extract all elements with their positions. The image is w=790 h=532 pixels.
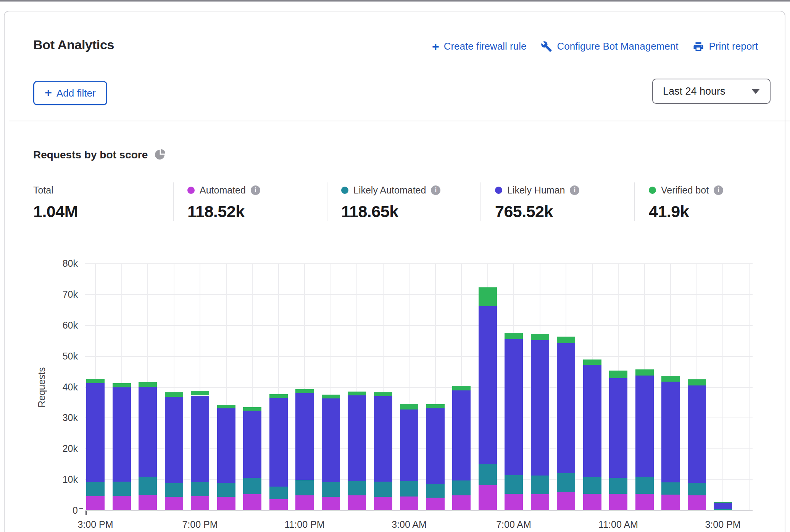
bar-segment-automated [635,494,654,511]
create-firewall-rule-link[interactable]: + Create firewall rule [432,40,526,52]
bar-segment-automated [661,495,680,511]
bar-segment-automated [113,496,131,511]
bar-segment-likely-automated [269,487,288,499]
bar-1200pm[interactable] [635,369,654,511]
bar-segment-likely-automated [400,481,418,497]
bar-segment-automated [86,496,105,511]
bar-segment-likely-human [322,398,340,482]
bar-segment-automated [191,496,209,511]
stats-row: Total i 1.04M Automated i 118.52k Likely… [33,182,766,221]
stat-label: Verified bot [661,185,709,196]
horizontal-gridline [85,294,753,295]
bar-segment-likely-automated [609,478,627,494]
bar-segment-automated [139,495,157,511]
bar-segment-likely-automated [113,482,131,496]
bar-200am[interactable] [374,392,392,511]
viewport-top-edge [0,0,790,2]
bar-segment-likely-human [348,395,366,481]
print-report-link[interactable]: Print report [693,40,758,52]
bar-1000am[interactable] [583,360,601,511]
bar-segment-likely-human [217,408,235,483]
configure-bot-management-link[interactable]: Configure Bot Management [541,40,678,52]
add-filter-button[interactable]: + Add filter [33,81,107,105]
bar-300pm[interactable] [86,379,105,511]
bar-900am[interactable] [557,337,575,511]
bar-segment-likely-human [609,378,627,478]
bar-1100pm[interactable] [295,389,314,511]
stat-value: 1.04M [33,202,173,221]
bar-segment-automated [295,495,314,511]
configure-bot-management-label: Configure Bot Management [557,40,678,52]
bar-segment-likely-automated [165,483,183,497]
stat-label: Total [33,185,53,196]
bar-segment-likely-human [635,376,654,477]
bar-700pm[interactable] [191,391,209,511]
stat-label: Automated [200,185,246,196]
bar-800am[interactable] [531,334,549,511]
bar-segment-likely-automated [217,483,235,497]
bar-segment-likely-human [452,390,471,480]
bar-segment-verified-bot [191,391,209,395]
bar-segment-verified-bot [113,383,131,387]
bar-700am[interactable] [505,333,523,511]
create-firewall-rule-label: Create firewall rule [444,40,527,52]
y-tick-label: 80k [51,258,78,269]
stat-value: 765.52k [495,202,634,221]
x-tick-label: 3:00 PM [705,519,740,530]
bar-600pm[interactable] [165,392,183,511]
bar-300pm[interactable] [714,502,732,511]
bar-segment-verified-bot [661,376,680,382]
bar-200pm[interactable] [688,379,706,511]
bar-segment-automated [217,497,235,511]
bar-segment-automated [479,485,497,511]
bar-400pm[interactable] [113,384,131,511]
chart-plot-area: 010k20k30k40k50k60k70k80k3:00 PM7:00 PM1… [85,264,753,511]
bar-segment-likely-automated [505,475,523,494]
bar-600am[interactable] [479,287,497,511]
y-tick-label: 30k [51,412,78,423]
bar-900pm[interactable] [243,407,261,511]
time-range-value: Last 24 hours [663,85,726,97]
header-divider [9,121,790,121]
bar-100am[interactable] [348,392,366,511]
bar-segment-likely-automated [374,482,392,497]
bar-segment-likely-human [295,393,314,480]
info-icon[interactable]: i [570,185,579,195]
bar-segment-automated [322,497,340,511]
time-range-select[interactable]: Last 24 hours [652,79,771,104]
bar-segment-automated [557,492,575,511]
bar-100pm[interactable] [661,376,680,511]
info-icon[interactable]: i [714,185,723,195]
bar-segment-likely-automated [139,477,157,495]
bar-segment-likely-human [531,340,549,476]
bar-400am[interactable] [426,404,445,511]
info-icon[interactable]: i [431,185,440,195]
stat-value: 118.52k [187,202,327,221]
y-tick-label: 60k [51,320,78,331]
bar-segment-verified-bot [269,394,288,398]
bar-segment-likely-human [165,397,183,483]
bar-segment-likely-automated [191,482,209,496]
y-tick-label: 70k [51,289,78,300]
bar-300am[interactable] [400,404,418,511]
bar-500am[interactable] [452,385,471,511]
bar-segment-verified-bot [557,337,575,343]
x-tick-label: 7:00 PM [182,519,218,530]
plus-icon: + [432,42,439,52]
bar-segment-verified-bot [426,404,445,408]
bar-1000pm[interactable] [269,394,288,511]
stat-column: Automated i 118.52k [173,182,327,221]
bar-segment-likely-human [113,387,131,482]
bar-segment-likely-automated [426,484,445,498]
bar-segment-verified-bot [348,392,366,395]
info-icon[interactable]: i [251,185,260,195]
bar-500pm[interactable] [139,382,157,511]
bar-segment-automated [243,494,261,511]
bar-segment-verified-bot [374,392,392,396]
bar-segment-verified-bot [139,382,157,387]
bar-segment-automated [609,494,627,511]
bar-1100am[interactable] [609,371,627,511]
y-tick-label: 20k [51,443,78,454]
bar-800pm[interactable] [217,405,235,511]
bar-1200am[interactable] [322,395,340,511]
